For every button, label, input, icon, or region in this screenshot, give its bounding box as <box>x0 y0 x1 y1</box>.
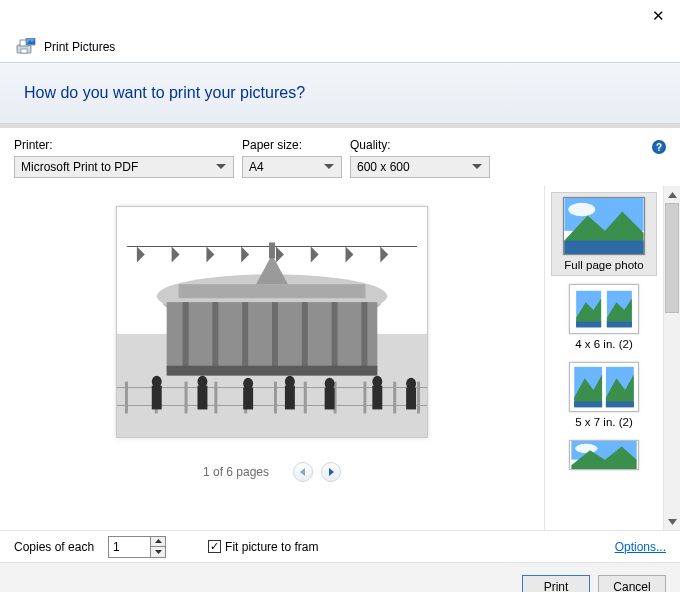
cancel-button[interactable]: Cancel <box>598 575 666 593</box>
layout-thumb <box>563 197 645 255</box>
printer-value: Microsoft Print to PDF <box>21 160 138 174</box>
layout-5x7[interactable]: 5 x 7 in. (2) <box>551 358 657 432</box>
chevron-down-icon <box>213 164 229 170</box>
options-row: Copies of each ✓ Fit picture to fram Opt… <box>0 530 680 562</box>
close-glyph: ✕ <box>652 7 665 25</box>
svg-rect-40 <box>304 382 307 414</box>
svg-rect-54 <box>325 388 335 410</box>
svg-rect-46 <box>152 386 162 410</box>
layout-list: Full page photo <box>545 186 663 530</box>
pager-text: 1 of 6 pages <box>203 465 269 479</box>
paper-size-select[interactable]: A4 <box>242 156 342 178</box>
svg-rect-36 <box>185 382 188 414</box>
settings-row: Printer: Microsoft Print to PDF Paper si… <box>0 128 680 186</box>
pager: 1 of 6 pages <box>203 462 341 482</box>
svg-rect-44 <box>417 382 420 414</box>
svg-point-61 <box>568 203 595 217</box>
svg-rect-34 <box>125 382 128 414</box>
copies-label: Copies of each <box>14 540 94 554</box>
svg-rect-58 <box>406 388 416 410</box>
quality-label: Quality: <box>350 138 490 152</box>
scroll-up-button[interactable] <box>664 186 680 203</box>
svg-rect-37 <box>214 382 217 414</box>
layout-thumb <box>569 362 639 412</box>
svg-rect-24 <box>242 302 248 372</box>
svg-rect-28 <box>361 302 367 372</box>
preview-image <box>116 206 428 438</box>
svg-rect-70 <box>607 321 632 327</box>
footer: Print Cancel <box>0 562 680 592</box>
svg-rect-29 <box>167 366 378 376</box>
check-icon: ✓ <box>210 541 219 552</box>
svg-rect-48 <box>197 386 207 410</box>
svg-rect-23 <box>212 302 218 372</box>
svg-rect-43 <box>393 382 396 414</box>
chevron-down-icon <box>321 164 337 170</box>
layout-sidebar: Full page photo <box>544 186 680 530</box>
chevron-down-icon <box>469 164 485 170</box>
print-button-label: Print <box>544 580 569 593</box>
layout-thumb <box>569 284 639 334</box>
preview-column: 1 of 6 pages <box>0 186 544 530</box>
svg-rect-74 <box>574 401 602 407</box>
svg-rect-19 <box>179 284 366 298</box>
copies-up-button[interactable] <box>151 537 165 547</box>
main-area: 1 of 6 pages <box>0 186 680 530</box>
svg-rect-31 <box>269 243 275 259</box>
printer-select[interactable]: Microsoft Print to PDF <box>14 156 234 178</box>
help-icon[interactable]: ? <box>652 140 666 154</box>
prompt-text: How do you want to print your pictures? <box>24 84 305 102</box>
copies-down-button[interactable] <box>151 546 165 557</box>
layout-label: 5 x 7 in. (2) <box>575 416 633 428</box>
quality-select[interactable]: 600 x 600 <box>350 156 490 178</box>
header: Print Pictures <box>0 32 680 62</box>
paper-value: A4 <box>249 160 264 174</box>
svg-rect-25 <box>272 302 278 372</box>
scroll-down-button[interactable] <box>664 513 680 530</box>
svg-point-80 <box>575 444 597 453</box>
printer-label: Printer: <box>14 138 234 152</box>
svg-rect-39 <box>274 382 277 414</box>
svg-rect-2 <box>21 49 27 53</box>
layout-label: 4 x 6 in. (2) <box>575 338 633 350</box>
titlebar: ✕ <box>0 0 680 32</box>
layout-4x6[interactable]: 4 x 6 in. (2) <box>551 280 657 354</box>
svg-rect-50 <box>243 388 253 410</box>
prompt-band: How do you want to print your pictures? <box>0 62 680 124</box>
options-link[interactable]: Options... <box>615 540 666 554</box>
layout-thumb <box>569 440 639 470</box>
svg-rect-22 <box>183 302 189 372</box>
fit-checkbox[interactable]: ✓ Fit picture to fram <box>208 540 318 554</box>
copies-input[interactable] <box>108 536 150 558</box>
svg-rect-27 <box>332 302 338 372</box>
scroll-thumb[interactable] <box>665 203 679 313</box>
svg-rect-56 <box>372 386 382 410</box>
svg-rect-77 <box>606 401 634 407</box>
prev-page-button[interactable] <box>293 462 313 482</box>
window-title: Print Pictures <box>44 40 115 54</box>
checkbox-box: ✓ <box>208 540 221 553</box>
help-glyph: ? <box>656 142 662 153</box>
svg-rect-42 <box>363 382 366 414</box>
layout-full-page[interactable]: Full page photo <box>551 192 657 276</box>
svg-rect-63 <box>564 240 643 254</box>
next-page-button[interactable] <box>321 462 341 482</box>
fit-label: Fit picture to fram <box>225 540 318 554</box>
print-button[interactable]: Print <box>522 575 590 593</box>
svg-rect-26 <box>302 302 308 372</box>
svg-rect-67 <box>576 321 601 327</box>
scrollbar[interactable] <box>663 186 680 530</box>
print-pictures-icon <box>16 38 36 56</box>
layout-next[interactable] <box>551 436 657 478</box>
svg-rect-52 <box>285 386 295 410</box>
copies-stepper[interactable] <box>108 536 166 558</box>
close-icon[interactable]: ✕ <box>640 2 676 30</box>
quality-value: 600 x 600 <box>357 160 410 174</box>
layout-label: Full page photo <box>564 259 643 271</box>
cancel-button-label: Cancel <box>613 580 650 593</box>
paper-label: Paper size: <box>242 138 342 152</box>
